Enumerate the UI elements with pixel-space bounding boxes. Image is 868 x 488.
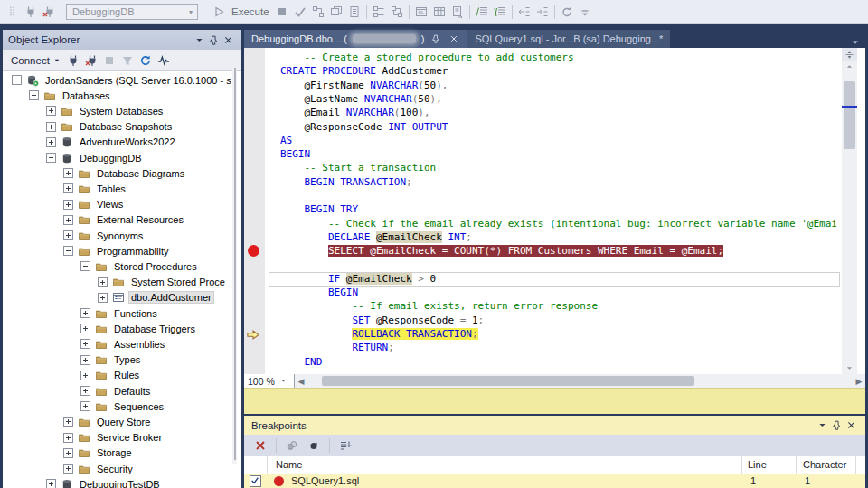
scroll-right-icon[interactable]: ▶ <box>853 377 865 386</box>
collapse-icon[interactable] <box>29 90 39 100</box>
cancel-query-icon[interactable] <box>273 3 291 21</box>
connect-icon[interactable] <box>22 3 40 21</box>
zoom-combo[interactable]: 100 % <box>244 374 295 388</box>
collapse-icon[interactable] <box>80 261 90 271</box>
tree-item-views[interactable]: Views <box>63 197 126 212</box>
tree-item-assemblies[interactable]: Assemblies <box>80 336 167 352</box>
expand-icon[interactable] <box>63 168 73 178</box>
breakpoint-gutter[interactable] <box>244 48 265 374</box>
bp-delete-icon[interactable] <box>251 436 269 455</box>
expand-icon[interactable] <box>98 277 108 287</box>
actual-plan-icon[interactable] <box>370 3 388 21</box>
tree-item-databases[interactable]: Databases <box>29 88 113 103</box>
results-grid-icon[interactable] <box>430 3 448 21</box>
oe-connect-icon[interactable] <box>64 52 82 70</box>
code-area[interactable]: -- Create a stored procedure to add cust… <box>265 48 842 374</box>
expand-icon[interactable] <box>80 401 90 411</box>
editor-horizontal-scrollbar[interactable] <box>307 374 853 388</box>
breakpoint-enabled-checkbox[interactable] <box>250 475 261 487</box>
editor-vertical-scrollbar[interactable] <box>842 48 857 374</box>
tree-item-defaults[interactable]: Defaults <box>80 383 153 399</box>
sql-editor[interactable]: -- Create a stored procedure to add cust… <box>244 48 865 413</box>
expand-icon[interactable] <box>63 183 73 193</box>
breakpoint-row[interactable]: SQLQuery1.sql 1 1 <box>244 474 865 488</box>
window-position-icon[interactable] <box>815 418 829 433</box>
oe-refresh-icon[interactable] <box>137 52 155 70</box>
expand-icon[interactable] <box>80 324 90 333</box>
results-file-icon[interactable] <box>448 3 467 21</box>
toolbar-grip[interactable] <box>4 3 22 21</box>
tree-item-security[interactable]: Security <box>63 461 136 476</box>
tree-item-database-snapshots[interactable]: Database Snapshots <box>46 119 175 135</box>
collapse-icon[interactable] <box>46 153 56 163</box>
tree-item-stored-procedures[interactable]: Stored Procedures <box>80 258 200 274</box>
scroll-down-icon[interactable] <box>842 362 857 374</box>
tree-item-jordansanders-sql-server-16-0-1000-s[interactable]: JordanSanders (SQL Server 16.0.1000 - s <box>12 72 234 88</box>
vscroll-thumb[interactable] <box>844 81 855 149</box>
tree-item-programmability[interactable]: Programmability <box>63 243 171 258</box>
window-position-icon[interactable] <box>192 33 206 47</box>
oe-filter-icon[interactable] <box>118 52 137 70</box>
tree-item-system-databases[interactable]: System Databases <box>46 103 165 118</box>
expand-icon[interactable] <box>80 355 90 365</box>
tab-sqlquery1[interactable]: SQLQuery1.sql - Jor...B (sa) Debugging..… <box>467 30 670 48</box>
tree-item-adventureworks2022[interactable]: AdventureWorks2022 <box>46 135 178 150</box>
debug-icon[interactable] <box>558 3 576 21</box>
expand-icon[interactable] <box>80 371 90 380</box>
tree-item-query-store[interactable]: Query Store <box>63 414 153 429</box>
pin-icon[interactable] <box>429 33 442 45</box>
tree-item-database-triggers[interactable]: Database Triggers <box>80 321 198 336</box>
tree-item-sequences[interactable]: Sequences <box>80 399 166 414</box>
expand-icon[interactable] <box>63 448 73 458</box>
toolbar-overflow-icon[interactable] <box>576 3 594 21</box>
tree-item-types[interactable]: Types <box>80 352 143 368</box>
expand-icon[interactable] <box>46 137 56 147</box>
uncomment-icon[interactable] <box>491 3 509 21</box>
scroll-up-icon[interactable] <box>842 61 857 72</box>
available-databases-combo[interactable]: DebuggingDB▾ <box>66 4 198 20</box>
expand-icon[interactable] <box>63 464 73 474</box>
connect-dropdown[interactable]: Connect <box>7 55 64 66</box>
tree-item-system-stored-proce[interactable]: System Stored Proce <box>98 275 228 290</box>
expand-icon[interactable] <box>63 417 73 427</box>
expand-icon[interactable] <box>63 215 73 225</box>
expand-icon[interactable] <box>46 479 56 488</box>
query-options-icon[interactable] <box>327 3 345 21</box>
decrease-indent-icon[interactable] <box>515 3 533 21</box>
tree-item-storage[interactable]: Storage <box>63 446 135 461</box>
expand-icon[interactable] <box>80 339 90 349</box>
tree-item-debuggingdb[interactable]: DebuggingDB <box>46 150 145 165</box>
expand-icon[interactable] <box>46 106 56 116</box>
close-icon[interactable] <box>448 33 460 45</box>
pin-icon[interactable] <box>829 418 844 433</box>
breakpoint-dot-icon[interactable] <box>248 245 259 257</box>
live-query-stats-icon[interactable] <box>388 3 406 21</box>
increase-indent-icon[interactable] <box>533 3 552 21</box>
splitter-handle-icon[interactable] <box>842 48 857 61</box>
change-connection-icon[interactable] <box>40 3 58 21</box>
expand-icon[interactable] <box>63 433 73 443</box>
intellisense-icon[interactable] <box>345 3 363 21</box>
chevron-down-icon[interactable]: ▾ <box>184 5 197 19</box>
expand-icon[interactable] <box>46 122 56 132</box>
expand-icon[interactable] <box>63 230 73 240</box>
tab-stored-procedure[interactable]: DebuggingDB.dbo....() <box>244 30 467 48</box>
breakpoints-titlebar[interactable]: Breakpoints <box>244 416 865 435</box>
oe-stop-icon[interactable] <box>100 52 118 70</box>
tree-item-external-resources[interactable]: External Resources <box>63 212 186 228</box>
object-explorer-titlebar[interactable]: Object Explorer <box>3 30 241 50</box>
pin-icon[interactable] <box>206 33 221 47</box>
bp-columns-icon[interactable] <box>336 436 354 455</box>
close-icon[interactable] <box>221 33 235 47</box>
close-icon[interactable] <box>844 418 858 433</box>
tree-item-debuggingtestdb[interactable]: DebuggingTestDB <box>46 476 163 488</box>
tree-item-service-broker[interactable]: Service Broker <box>63 430 165 446</box>
expand-icon[interactable] <box>80 308 90 318</box>
results-text-icon[interactable] <box>412 3 430 21</box>
oe-disconnect-icon[interactable] <box>82 52 100 70</box>
parse-icon[interactable] <box>291 3 309 21</box>
expand-icon[interactable] <box>63 200 73 210</box>
expand-icon[interactable] <box>80 386 90 396</box>
tree-item-database-diagrams[interactable]: Database Diagrams <box>63 165 187 181</box>
bp-toggle-icon[interactable] <box>305 436 323 455</box>
